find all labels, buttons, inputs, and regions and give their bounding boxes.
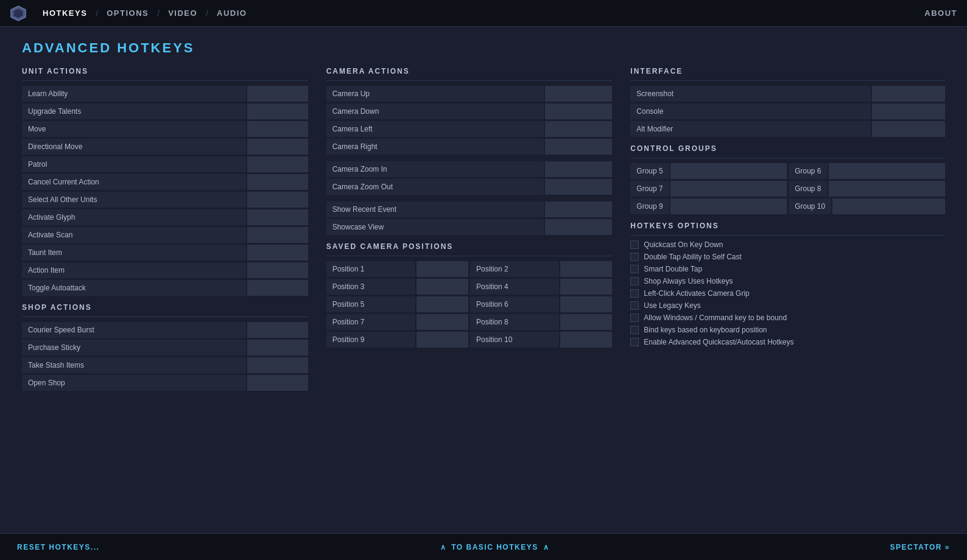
input-camera-zoom-in[interactable] bbox=[545, 161, 612, 177]
label-position-10: Position 10 bbox=[470, 332, 559, 348]
checkbox-row-bind-keyboard-position[interactable]: Bind keys based on keyboard position bbox=[630, 326, 945, 334]
unit-actions-title: UNIT ACTIONS bbox=[22, 67, 308, 75]
input-camera-right[interactable] bbox=[545, 139, 612, 155]
input-position-4[interactable] bbox=[560, 279, 612, 295]
checkbox-legacy-keys[interactable] bbox=[630, 301, 639, 310]
spectator-button[interactable]: SPECTATOR » bbox=[890, 543, 950, 551]
to-basic-hotkeys-button[interactable]: ∧ TO BASIC HOTKEYS ∧ bbox=[99, 543, 890, 551]
input-camera-down[interactable] bbox=[545, 103, 612, 119]
input-taunt-item[interactable] bbox=[247, 245, 308, 261]
checkbox-row-legacy-keys[interactable]: Use Legacy Keys bbox=[630, 301, 945, 310]
checkbox-allow-windows[interactable] bbox=[630, 313, 639, 322]
input-position-6[interactable] bbox=[560, 296, 612, 312]
input-group-9[interactable] bbox=[670, 198, 787, 214]
nav-options[interactable]: OPTIONS bbox=[98, 9, 157, 18]
input-take-stash-items[interactable] bbox=[247, 357, 308, 373]
input-position-10[interactable] bbox=[560, 332, 612, 348]
group-cell-6: Group 6 bbox=[789, 163, 945, 179]
input-position-2[interactable] bbox=[560, 261, 612, 277]
label-camera-right: Camera Right bbox=[326, 139, 544, 155]
input-screenshot[interactable] bbox=[872, 86, 945, 102]
position-cell-2: Position 2 bbox=[470, 261, 612, 277]
nav-about[interactable]: ABOUT bbox=[924, 9, 957, 18]
input-open-shop[interactable] bbox=[247, 375, 308, 391]
group-cell-9: Group 9 bbox=[630, 198, 787, 214]
position-cell-6: Position 6 bbox=[470, 296, 612, 312]
reset-hotkeys-button[interactable]: RESET HOTKEYS... bbox=[17, 543, 99, 551]
input-position-8[interactable] bbox=[560, 314, 612, 330]
input-show-recent-event[interactable] bbox=[545, 201, 612, 217]
position-cell-10: Position 10 bbox=[470, 332, 612, 348]
label-select-all-other-units: Select All Other Units bbox=[22, 192, 246, 208]
checkbox-row-left-click-camera[interactable]: Left-Click Activates Camera Grip bbox=[630, 289, 945, 298]
input-camera-up[interactable] bbox=[545, 86, 612, 102]
input-group-8[interactable] bbox=[829, 181, 945, 197]
input-upgrade-talents[interactable] bbox=[247, 103, 308, 119]
input-action-item[interactable] bbox=[247, 262, 308, 278]
hotkey-row-cancel-current-action: Cancel Current Action bbox=[22, 174, 308, 190]
input-purchase-sticky[interactable] bbox=[247, 340, 308, 355]
hotkey-row-taunt-item: Taunt Item bbox=[22, 245, 308, 261]
input-activate-glyph[interactable] bbox=[247, 209, 308, 225]
label-patrol: Patrol bbox=[22, 156, 246, 172]
label-shop-always: Shop Always Uses Hotkeys bbox=[644, 277, 733, 285]
label-courier-speed-burst: Courier Speed Burst bbox=[22, 322, 246, 338]
input-group-10[interactable] bbox=[832, 198, 945, 214]
input-camera-zoom-out[interactable] bbox=[545, 179, 612, 195]
input-position-3[interactable] bbox=[417, 279, 468, 295]
checkbox-advanced-quickcast[interactable] bbox=[630, 338, 639, 346]
label-group-7: Group 7 bbox=[630, 181, 669, 197]
hotkey-row-camera-down: Camera Down bbox=[326, 103, 613, 119]
label-position-3: Position 3 bbox=[326, 279, 415, 295]
input-group-6[interactable] bbox=[829, 163, 945, 179]
input-position-5[interactable] bbox=[417, 296, 468, 312]
input-alt-modifier[interactable] bbox=[872, 121, 945, 137]
label-alt-modifier: Alt Modifier bbox=[630, 121, 871, 137]
checkbox-smart-double-tap[interactable] bbox=[630, 265, 639, 273]
input-courier-speed-burst[interactable] bbox=[247, 322, 308, 338]
checkbox-left-click-camera[interactable] bbox=[630, 289, 639, 298]
checkbox-quickcast[interactable] bbox=[630, 240, 639, 249]
checkbox-double-tap[interactable] bbox=[630, 253, 639, 261]
input-group-7[interactable] bbox=[670, 181, 787, 197]
input-select-all-other-units[interactable] bbox=[247, 192, 308, 208]
nav-video[interactable]: VIDEO bbox=[160, 9, 206, 18]
label-purchase-sticky: Purchase Sticky bbox=[22, 340, 246, 355]
input-patrol[interactable] bbox=[247, 156, 308, 172]
input-showcase-view[interactable] bbox=[545, 219, 612, 235]
checkbox-bind-keyboard-position[interactable] bbox=[630, 326, 639, 334]
hotkey-row-screenshot: Screenshot bbox=[630, 86, 945, 102]
checkbox-row-quickcast[interactable]: Quickcast On Key Down bbox=[630, 240, 945, 249]
input-group-5[interactable] bbox=[670, 163, 787, 179]
input-position-1[interactable] bbox=[417, 261, 468, 277]
checkbox-row-smart-double-tap[interactable]: Smart Double Tap bbox=[630, 265, 945, 273]
label-allow-windows: Allow Windows / Command key to be bound bbox=[644, 313, 787, 322]
hotkey-row-showcase-view: Showcase View bbox=[326, 219, 613, 235]
input-position-9[interactable] bbox=[417, 332, 468, 348]
hotkey-row-camera-zoom-in: Camera Zoom In bbox=[326, 161, 613, 177]
control-groups-title: CONTROL GROUPS bbox=[630, 144, 945, 153]
label-legacy-keys: Use Legacy Keys bbox=[644, 301, 700, 310]
nav-hotkeys[interactable]: HOTKEYS bbox=[34, 9, 96, 18]
nav-audio[interactable]: AUDIO bbox=[208, 9, 255, 18]
input-activate-scan[interactable] bbox=[247, 227, 308, 243]
label-group-10: Group 10 bbox=[789, 198, 831, 214]
checkbox-row-shop-always[interactable]: Shop Always Uses Hotkeys bbox=[630, 277, 945, 285]
input-camera-left[interactable] bbox=[545, 121, 612, 137]
checkbox-shop-always[interactable] bbox=[630, 277, 639, 285]
chevron-up-right-icon: ∧ bbox=[543, 543, 550, 551]
input-toggle-autoattack[interactable] bbox=[247, 280, 308, 296]
input-position-7[interactable] bbox=[417, 314, 468, 330]
checkbox-row-double-tap[interactable]: Double Tap Ability to Self Cast bbox=[630, 253, 945, 261]
input-move[interactable] bbox=[247, 121, 308, 137]
logo-icon bbox=[10, 5, 27, 22]
label-position-4: Position 4 bbox=[470, 279, 559, 295]
label-activate-glyph: Activate Glyph bbox=[22, 209, 246, 225]
input-console[interactable] bbox=[872, 103, 945, 119]
checkbox-row-advanced-quickcast[interactable]: Enable Advanced Quickcast/Autocast Hotke… bbox=[630, 338, 945, 346]
input-cancel-current-action[interactable] bbox=[247, 174, 308, 190]
input-learn-ability[interactable] bbox=[247, 86, 308, 102]
checkbox-row-allow-windows[interactable]: Allow Windows / Command key to be bound bbox=[630, 313, 945, 322]
input-directional-move[interactable] bbox=[247, 139, 308, 155]
position-cell-8: Position 8 bbox=[470, 314, 612, 330]
